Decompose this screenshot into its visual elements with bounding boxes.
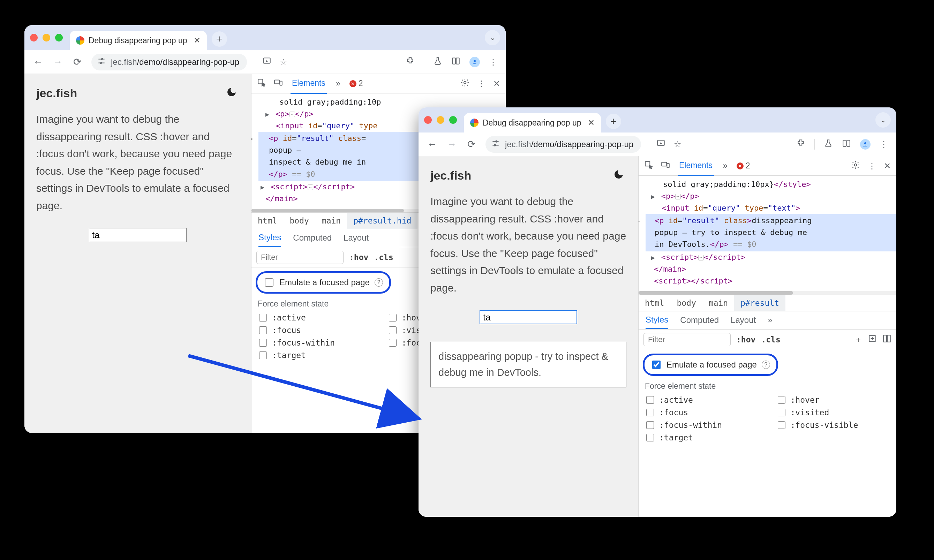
- state-checkbox[interactable]: :hover: [776, 395, 890, 405]
- state-checkbox[interactable]: :active: [258, 313, 370, 323]
- state-checkbox[interactable]: :focus: [258, 325, 370, 335]
- minimize-window-button[interactable]: [437, 116, 444, 124]
- error-indicator[interactable]: ✕ 2: [349, 79, 363, 88]
- cls-toggle[interactable]: .cls: [374, 253, 393, 262]
- labs-icon[interactable]: [824, 139, 833, 150]
- elements-tab[interactable]: Elements: [678, 161, 714, 176]
- chrome-menu-icon[interactable]: ⋮: [880, 140, 888, 149]
- device-toggle-icon[interactable]: [274, 78, 283, 89]
- inspect-element-icon[interactable]: [644, 160, 653, 172]
- breadcrumb-item[interactable]: main: [315, 213, 347, 229]
- breadcrumb-item[interactable]: body: [670, 295, 702, 311]
- computed-tab[interactable]: Computed: [293, 233, 332, 243]
- reload-button[interactable]: ⟳: [72, 56, 82, 68]
- state-checkbox[interactable]: :target: [645, 433, 759, 443]
- close-window-button[interactable]: [424, 116, 432, 124]
- device-toggle-icon[interactable]: [661, 160, 670, 172]
- install-app-icon[interactable]: [656, 139, 665, 150]
- breadcrumb-item[interactable]: body: [283, 213, 315, 229]
- extensions-icon[interactable]: [796, 139, 805, 150]
- breadcrumb-item-selected[interactable]: p#result.hid: [347, 213, 417, 229]
- dom-scrollbar[interactable]: [639, 291, 896, 295]
- breadcrumb-item[interactable]: main: [702, 295, 734, 311]
- breadcrumb-item-selected[interactable]: p#result: [734, 295, 785, 311]
- computed-styles-sidebar-icon[interactable]: [868, 334, 877, 345]
- tab-title: Debug disappearing pop up: [483, 118, 582, 128]
- query-input[interactable]: [89, 228, 186, 242]
- breadcrumb-item[interactable]: html: [639, 295, 670, 311]
- hov-toggle[interactable]: :hov: [349, 253, 368, 262]
- browser-tab[interactable]: Debug disappearing pop up ✕: [70, 31, 207, 50]
- state-checkbox[interactable]: :focus-visible: [776, 420, 890, 430]
- computed-tab[interactable]: Computed: [680, 315, 719, 325]
- close-window-button[interactable]: [30, 34, 38, 42]
- chrome-menu-icon[interactable]: ⋮: [489, 57, 497, 67]
- emulate-focused-checkbox[interactable]: [265, 278, 274, 287]
- query-input[interactable]: [480, 310, 577, 324]
- new-tab-button[interactable]: +: [606, 114, 621, 129]
- devtools-settings-icon[interactable]: [851, 160, 860, 172]
- devtools-menu-icon[interactable]: ⋮: [477, 79, 485, 89]
- bookmark-icon[interactable]: ☆: [674, 140, 682, 149]
- breadcrumb-item[interactable]: html: [251, 213, 283, 229]
- back-button[interactable]: ←: [33, 57, 43, 68]
- state-checkbox[interactable]: :visited: [776, 408, 890, 417]
- minimize-window-button[interactable]: [43, 34, 50, 42]
- device-icon[interactable]: [451, 57, 460, 68]
- tab-overflow-button[interactable]: ⌄: [876, 112, 891, 128]
- devtools-settings-icon[interactable]: [460, 78, 469, 89]
- hov-toggle[interactable]: :hov: [736, 335, 756, 344]
- inspect-element-icon[interactable]: [257, 78, 266, 89]
- url-field[interactable]: jec.fish/demo/disappearing-pop-up: [485, 136, 641, 153]
- maximize-window-button[interactable]: [55, 34, 63, 42]
- rendering-icon[interactable]: [882, 334, 891, 345]
- new-tab-button[interactable]: +: [212, 31, 227, 47]
- styles-filter-input[interactable]: [643, 333, 731, 346]
- layout-tab[interactable]: Layout: [343, 233, 369, 243]
- more-tabs[interactable]: »: [722, 161, 729, 171]
- emulate-focused-row: Emulate a focused page ?: [643, 354, 778, 376]
- devtools-close-icon[interactable]: ✕: [493, 79, 500, 89]
- layout-tab[interactable]: Layout: [731, 315, 756, 325]
- reload-button[interactable]: ⟳: [466, 138, 476, 150]
- more-tabs[interactable]: »: [334, 79, 342, 88]
- styles-tab[interactable]: Styles: [646, 311, 668, 329]
- emulate-focused-checkbox[interactable]: [652, 360, 660, 369]
- back-button[interactable]: ←: [427, 139, 437, 150]
- help-icon[interactable]: ?: [375, 278, 383, 287]
- devtools-menu-icon[interactable]: ⋮: [868, 161, 876, 171]
- styles-filter-input[interactable]: [256, 251, 343, 264]
- devtools-close-icon[interactable]: ✕: [884, 161, 891, 171]
- tab-overflow-button[interactable]: ⌄: [485, 30, 500, 45]
- state-checkbox[interactable]: :focus: [645, 408, 759, 417]
- url-field[interactable]: jec.fish/demo/disappearing-pop-up: [91, 54, 247, 71]
- profile-avatar[interactable]: [860, 139, 871, 149]
- dom-tree[interactable]: solid gray;padding:10px}</style> ▶<p>⋯</…: [639, 176, 896, 291]
- device-icon[interactable]: [842, 139, 851, 150]
- install-app-icon[interactable]: [262, 57, 271, 68]
- elements-tab[interactable]: Elements: [291, 78, 327, 94]
- state-checkbox[interactable]: :target: [258, 351, 370, 360]
- help-icon[interactable]: ?: [762, 360, 770, 369]
- more-panes[interactable]: »: [768, 315, 772, 325]
- tab-close-icon[interactable]: ✕: [588, 118, 595, 128]
- state-checkbox[interactable]: :focus-within: [645, 420, 759, 430]
- bookmark-icon[interactable]: ☆: [280, 57, 288, 67]
- theme-toggle-icon[interactable]: [226, 86, 237, 100]
- browser-tab[interactable]: Debug disappearing pop up ✕: [464, 113, 601, 132]
- theme-toggle-icon[interactable]: [613, 169, 624, 182]
- site-settings-icon[interactable]: [97, 57, 106, 67]
- site-settings-icon[interactable]: [491, 139, 500, 149]
- new-style-rule-icon[interactable]: ＋: [854, 334, 862, 345]
- profile-avatar[interactable]: [469, 57, 480, 67]
- extensions-icon[interactable]: [406, 57, 415, 68]
- labs-icon[interactable]: [433, 57, 442, 68]
- dom-breadcrumb[interactable]: html body main p#result: [639, 295, 896, 311]
- styles-tab[interactable]: Styles: [259, 229, 281, 247]
- state-checkbox[interactable]: :focus-within: [258, 338, 370, 348]
- error-indicator[interactable]: ✕ 2: [737, 161, 750, 171]
- state-checkbox[interactable]: :active: [645, 395, 759, 405]
- tab-close-icon[interactable]: ✕: [194, 35, 200, 45]
- cls-toggle[interactable]: .cls: [761, 335, 780, 344]
- maximize-window-button[interactable]: [449, 116, 457, 124]
